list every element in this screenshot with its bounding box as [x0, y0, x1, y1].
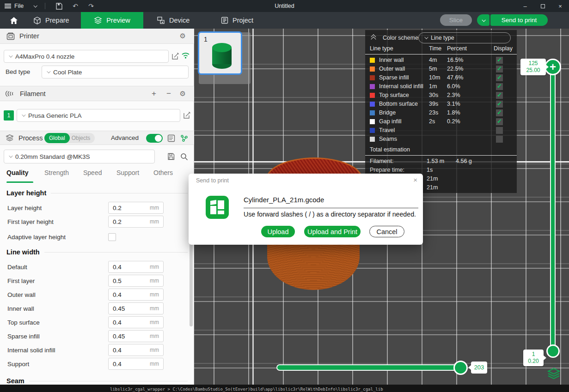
chevron-down-icon[interactable]: [34, 4, 37, 7]
scope-objects[interactable]: Objects: [70, 135, 95, 141]
display-checkbox[interactable]: ✓: [496, 118, 503, 125]
tab-home[interactable]: [6, 12, 22, 29]
printer-settings-gear-icon[interactable]: ⚙: [180, 32, 186, 40]
minimize-button[interactable]: –: [516, 3, 534, 10]
layer-slider-track[interactable]: [550, 67, 556, 351]
param-label: Sparse infill: [7, 333, 40, 340]
display-checkbox[interactable]: ✓: [496, 74, 503, 81]
legend-label: Internal solid infill: [379, 83, 423, 90]
line-width-sparse-infill-input[interactable]: 0.45mm: [108, 330, 164, 342]
section-line-width: Line width: [6, 248, 188, 256]
tune-icon[interactable]: [180, 134, 188, 142]
param-row: First layer height 0.2mm: [7, 216, 188, 228]
save-icon[interactable]: [55, 3, 64, 10]
display-checkbox[interactable]: ✓: [496, 109, 503, 116]
line-width-inner-wall-input[interactable]: 0.45mm: [108, 302, 164, 314]
tab-others[interactable]: Others: [153, 169, 173, 176]
divider: [45, 3, 45, 9]
slice-button[interactable]: Slice: [440, 14, 472, 26]
filament-slot-badge[interactable]: 1: [4, 110, 14, 121]
plate-thumbnail[interactable]: 1: [198, 31, 242, 75]
param-unit: mm: [150, 347, 159, 353]
legend-row: Bottom surface39s3.1%✓: [365, 100, 517, 109]
console-text: libslic3r_cgal_wrapper > C:\Codes\BambuS…: [110, 387, 383, 392]
layers-indicator-icon[interactable]: [547, 368, 561, 380]
display-checkbox[interactable]: [496, 136, 503, 143]
tab-project[interactable]: Project: [221, 12, 260, 29]
application-window: File ↶ ↷ Untitled – × Prepare Preview De…: [0, 0, 569, 392]
stat-value: 21m: [427, 175, 438, 182]
tab-support[interactable]: Support: [116, 169, 139, 176]
adaptive-layer-height-checkbox[interactable]: [108, 233, 116, 241]
display-checkbox[interactable]: ✓: [496, 83, 503, 90]
send-to-print-button[interactable]: Send to print: [490, 14, 548, 26]
display-checkbox[interactable]: ✓: [496, 57, 503, 64]
search-icon[interactable]: [180, 153, 188, 161]
tab-quality[interactable]: Quality: [6, 169, 28, 176]
tab-preview[interactable]: Preview: [81, 12, 143, 29]
param-row: Top surface0.4mm: [7, 316, 188, 328]
layer-height-input[interactable]: 0.2mm: [108, 202, 164, 214]
redo-icon[interactable]: ↷: [87, 2, 95, 10]
close-button[interactable]: ×: [551, 3, 569, 10]
param-unit: mm: [150, 305, 159, 312]
legend-percent: 16.5%: [447, 57, 463, 63]
line-width-default-input[interactable]: 0.4mm: [108, 261, 164, 273]
upload-button[interactable]: Upload: [261, 226, 295, 237]
line-width-first-layer-input[interactable]: 0.5mm: [108, 275, 164, 287]
param-value: 0.4: [113, 319, 150, 326]
undo-icon[interactable]: ↶: [71, 2, 80, 10]
cancel-button[interactable]: Cancel: [369, 226, 404, 237]
color-swatch: [370, 58, 375, 63]
filament-settings-gear-icon[interactable]: ⚙: [180, 90, 186, 98]
menu-icon[interactable]: [5, 4, 11, 8]
process-scope-toggle[interactable]: Global Objects: [44, 133, 95, 143]
legend-label: Bottom surface: [379, 101, 418, 107]
line-width-top-surface-input[interactable]: 0.4mm: [108, 316, 164, 328]
line-width-outer-wall-input[interactable]: 0.4mm: [108, 289, 164, 301]
tab-speed[interactable]: Speed: [83, 169, 102, 176]
filename-input[interactable]: Cylinder_PLA_21m.gcode: [244, 196, 418, 208]
remove-filament-button[interactable]: −: [166, 89, 171, 98]
edit-filament-icon[interactable]: [183, 111, 191, 119]
view-mode-value: Line type: [431, 35, 454, 41]
layer-slider-bottom-handle[interactable]: [546, 344, 560, 358]
display-checkbox[interactable]: ✓: [496, 92, 503, 99]
add-filament-button[interactable]: +: [152, 89, 156, 98]
upload-and-print-button[interactable]: Upload and Print: [304, 226, 361, 237]
wifi-icon[interactable]: [181, 52, 190, 59]
collapse-icon[interactable]: [371, 35, 377, 41]
save-preset-icon[interactable]: [167, 153, 175, 160]
display-checkbox[interactable]: [496, 127, 503, 134]
maximize-button[interactable]: [534, 3, 551, 10]
printer-preset-dropdown[interactable]: A4MaxPro 0.4 nozzle: [4, 50, 169, 63]
display-checkbox[interactable]: ✓: [496, 66, 503, 72]
param-row: Internal solid infill0.4mm: [7, 344, 188, 356]
view-mode-dropdown[interactable]: Line type: [418, 32, 511, 43]
stat-label: Prepare time:: [370, 167, 404, 173]
stat-label: Filament:: [370, 158, 393, 164]
send-options-button[interactable]: [477, 14, 489, 26]
first-layer-height-input[interactable]: 0.2mm: [108, 216, 164, 228]
process-preset-dropdown[interactable]: 0.20mm Standard @MK3S: [4, 150, 155, 163]
tab-device[interactable]: Device: [157, 12, 196, 29]
filament-preset-dropdown[interactable]: Prusa Generic PLA: [17, 109, 180, 122]
legend-label: Inner wall: [379, 57, 404, 63]
file-menu[interactable]: File: [14, 3, 24, 9]
bed-type-label: Bed type: [6, 68, 30, 75]
display-checkbox[interactable]: ✓: [496, 101, 503, 108]
move-slider-track[interactable]: [276, 364, 465, 371]
edit-printer-icon[interactable]: [171, 52, 179, 60]
line-width-internal-solid-input[interactable]: 0.4mm: [108, 344, 164, 356]
line-width-support-input[interactable]: 0.4mm: [108, 358, 164, 370]
legend-row: Gap infill2s0.2%✓: [365, 117, 517, 126]
advanced-toggle[interactable]: [146, 134, 163, 143]
move-slider-handle[interactable]: [453, 361, 468, 375]
bed-type-dropdown[interactable]: Cool Plate: [42, 66, 189, 78]
dialog-close-icon[interactable]: ×: [413, 176, 417, 184]
parameter-list-icon[interactable]: [167, 134, 175, 142]
tab-prepare[interactable]: Prepare: [33, 12, 75, 29]
scope-global[interactable]: Global: [44, 133, 70, 143]
send-to-print-dialog: Send to print × Cylinder_PLA_21m.gcode U…: [189, 174, 423, 245]
tab-strength[interactable]: Strength: [44, 169, 69, 176]
